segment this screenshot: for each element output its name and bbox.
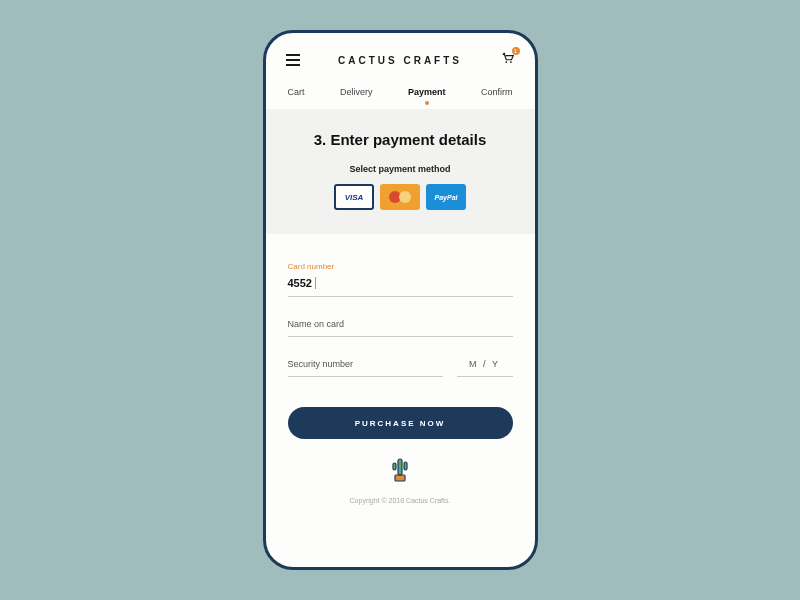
method-paypal[interactable]: PayPal: [426, 184, 466, 210]
phone-frame: CACTUS CRAFTS 1 Cart Delivery Payment Co…: [263, 30, 538, 570]
svg-rect-5: [404, 462, 407, 470]
card-number-value: 4552: [288, 277, 316, 289]
method-mastercard[interactable]: [380, 184, 420, 210]
footer: Copyright © 2018 Cactus Crafts.: [266, 453, 535, 504]
security-label: Security number: [288, 359, 354, 369]
panel-title: 3. Enter payment details: [286, 131, 515, 148]
purchase-button[interactable]: PURCHASE NOW: [288, 407, 513, 439]
svg-rect-3: [398, 459, 402, 475]
step-delivery[interactable]: Delivery: [340, 87, 373, 97]
svg-rect-2: [395, 475, 405, 481]
security-field[interactable]: Security number: [288, 347, 443, 377]
cart-badge: 1: [512, 47, 520, 55]
app-header: CACTUS CRAFTS 1: [266, 33, 535, 81]
card-number-label: Card number: [288, 262, 513, 271]
copyright: Copyright © 2018 Cactus Crafts.: [266, 497, 535, 504]
payment-methods: VISA PayPal: [286, 184, 515, 210]
name-field[interactable]: Name on card: [288, 307, 513, 337]
svg-point-1: [510, 61, 512, 63]
menu-icon[interactable]: [286, 54, 300, 66]
mastercard-icon: [399, 191, 411, 203]
payment-panel: 3. Enter payment details Select payment …: [266, 109, 535, 234]
payment-form: Card number 4552 Name on card Security n…: [266, 234, 535, 397]
step-payment[interactable]: Payment: [408, 87, 446, 97]
checkout-steps: Cart Delivery Payment Confirm: [266, 81, 535, 109]
method-visa[interactable]: VISA: [334, 184, 374, 210]
cart-button[interactable]: 1: [501, 51, 515, 69]
name-label: Name on card: [288, 319, 345, 329]
expiry-placeholder: M / Y: [469, 359, 500, 369]
brand-title: CACTUS CRAFTS: [338, 55, 462, 66]
panel-subtitle: Select payment method: [286, 164, 515, 174]
expiry-field[interactable]: M / Y: [457, 347, 513, 377]
cactus-icon: [388, 453, 412, 487]
svg-rect-4: [393, 463, 396, 470]
step-confirm[interactable]: Confirm: [481, 87, 513, 97]
svg-point-0: [505, 61, 507, 63]
step-cart[interactable]: Cart: [288, 87, 305, 97]
card-number-field[interactable]: Card number 4552: [288, 256, 513, 297]
